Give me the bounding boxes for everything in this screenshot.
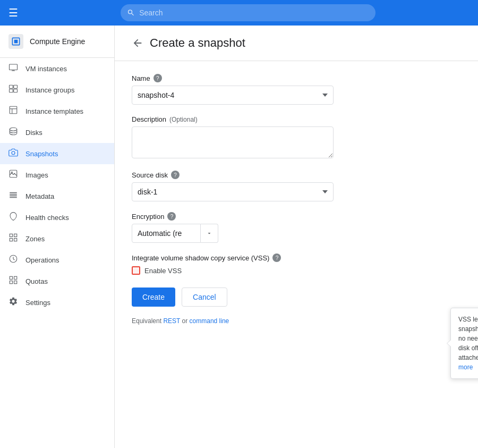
cancel-button[interactable]: Cancel: [182, 288, 227, 307]
tooltip-arrow: [447, 340, 451, 347]
svg-rect-17: [10, 197, 17, 198]
search-icon: [127, 9, 135, 17]
svg-rect-20: [10, 239, 12, 241]
sidebar-item-snapshots[interactable]: Snapshots: [0, 143, 114, 164]
snapshots-icon: [8, 148, 19, 159]
quotas-icon: [8, 275, 19, 287]
encryption-dots: [201, 224, 218, 243]
description-input[interactable]: [132, 126, 334, 158]
encryption-help-icon[interactable]: ?: [167, 212, 176, 221]
sidebar-label-instance-groups: Instance groups: [25, 86, 75, 94]
description-optional: (Optional): [169, 116, 198, 123]
button-row: Create Cancel: [132, 288, 461, 307]
svg-rect-19: [14, 234, 17, 236]
sidebar-label-vm: VM instances: [25, 65, 67, 73]
topbar: ☰: [0, 0, 478, 26]
sidebar-item-instance-groups[interactable]: Instance groups: [0, 79, 114, 100]
sidebar-label-templates: Instance templates: [25, 107, 83, 115]
svg-rect-4: [14, 85, 18, 88]
cli-link[interactable]: command line: [190, 317, 229, 325]
sidebar-label-snapshots: Snapshots: [25, 150, 58, 158]
equiv-links: Equivalent REST or command line: [132, 317, 461, 325]
sidebar-item-images[interactable]: Images: [0, 164, 114, 185]
svg-rect-2: [10, 64, 18, 70]
templates-icon: [8, 105, 19, 117]
svg-rect-6: [14, 89, 18, 92]
svg-point-13: [11, 172, 12, 173]
sidebar-label-settings: Settings: [25, 299, 50, 307]
svg-rect-23: [10, 276, 12, 279]
svg-rect-25: [10, 281, 12, 284]
encryption-label: Encryption ?: [132, 212, 461, 221]
name-select[interactable]: snapshot-4: [132, 86, 334, 105]
page-title: Create a snapshot: [150, 36, 245, 50]
sidebar-item-disks[interactable]: Disks: [0, 122, 114, 143]
svg-rect-18: [10, 234, 12, 236]
name-help-icon[interactable]: ?: [153, 74, 162, 82]
vss-section: Integrate volume shadow copy service (VS…: [132, 253, 461, 275]
svg-rect-5: [10, 89, 13, 92]
sidebar-label-operations: Operations: [25, 256, 59, 264]
vss-checkbox-row: Enable VSS: [132, 266, 461, 275]
compute-engine-icon: [8, 34, 23, 49]
encryption-row: Automatic (re: [132, 224, 461, 243]
back-button[interactable]: [132, 37, 143, 49]
settings-icon: [8, 297, 19, 308]
name-label: Name ?: [132, 74, 461, 82]
svg-rect-3: [10, 85, 13, 88]
sidebar-label-metadata: Metadata: [25, 192, 54, 200]
svg-rect-21: [14, 239, 17, 241]
sidebar-label-quotas: Quotas: [25, 277, 48, 285]
sidebar: Compute Engine VM instances Instance gro…: [0, 26, 115, 448]
sidebar-label-zones: Zones: [25, 235, 45, 243]
metadata-icon: [8, 190, 19, 202]
vss-help-icon[interactable]: ?: [272, 253, 281, 262]
layout: Compute Engine VM instances Instance gro…: [0, 26, 478, 448]
source-disk-label: Source disk ?: [132, 171, 461, 179]
rest-link[interactable]: REST: [163, 317, 180, 325]
svg-rect-26: [14, 281, 17, 284]
sidebar-item-vm-instances[interactable]: VM instances: [0, 58, 114, 79]
sidebar-item-operations[interactable]: Operations: [0, 249, 114, 271]
create-button[interactable]: Create: [132, 288, 175, 307]
sidebar-item-zones[interactable]: Zones: [0, 228, 114, 249]
svg-rect-7: [10, 106, 17, 114]
description-label: Description (Optional): [132, 115, 461, 123]
sidebar-item-settings[interactable]: Settings: [0, 292, 114, 313]
name-group: Name ? snapshot-4: [132, 74, 461, 105]
encryption-select[interactable]: Automatic (re: [132, 224, 201, 243]
svg-rect-14: [10, 192, 17, 193]
disks-icon: [8, 126, 19, 138]
vss-checkbox-label: Enable VSS: [144, 267, 182, 275]
search-bar[interactable]: [121, 4, 375, 21]
sidebar-item-health-checks[interactable]: Health checks: [0, 207, 114, 228]
svg-rect-16: [10, 196, 17, 197]
sidebar-header: Compute Engine: [0, 26, 114, 58]
sidebar-label-images: Images: [25, 171, 48, 179]
svg-point-11: [12, 151, 15, 155]
description-group: Description (Optional): [132, 115, 461, 160]
sidebar-title: Compute Engine: [30, 37, 85, 46]
sidebar-item-quotas[interactable]: Quotas: [0, 271, 114, 292]
health-checks-icon: [8, 212, 19, 223]
vss-label: Integrate volume shadow copy service (VS…: [132, 253, 461, 262]
zones-icon: [8, 233, 19, 244]
page-header: Create a snapshot: [115, 26, 478, 61]
svg-rect-24: [14, 276, 17, 279]
source-disk-group: Source disk ? disk-1 VSS lets you create…: [132, 171, 461, 201]
sidebar-item-instance-templates[interactable]: Instance templates: [0, 100, 114, 122]
svg-point-10: [10, 128, 17, 131]
menu-icon[interactable]: ☰: [8, 6, 18, 19]
sidebar-label-health: Health checks: [25, 214, 69, 222]
vss-tooltip: VSS lets you create an application consi…: [450, 308, 478, 379]
search-input[interactable]: [139, 9, 369, 17]
images-icon: [8, 169, 19, 181]
sidebar-item-metadata[interactable]: Metadata: [0, 185, 114, 207]
source-disk-help-icon[interactable]: ?: [171, 171, 180, 179]
sidebar-label-disks: Disks: [25, 129, 42, 137]
operations-icon: [8, 254, 19, 266]
encryption-group: Encryption ? Automatic (re: [132, 212, 461, 243]
vss-checkbox[interactable]: [132, 266, 140, 275]
source-disk-select[interactable]: disk-1: [132, 182, 334, 201]
instance-groups-icon: [8, 84, 19, 96]
